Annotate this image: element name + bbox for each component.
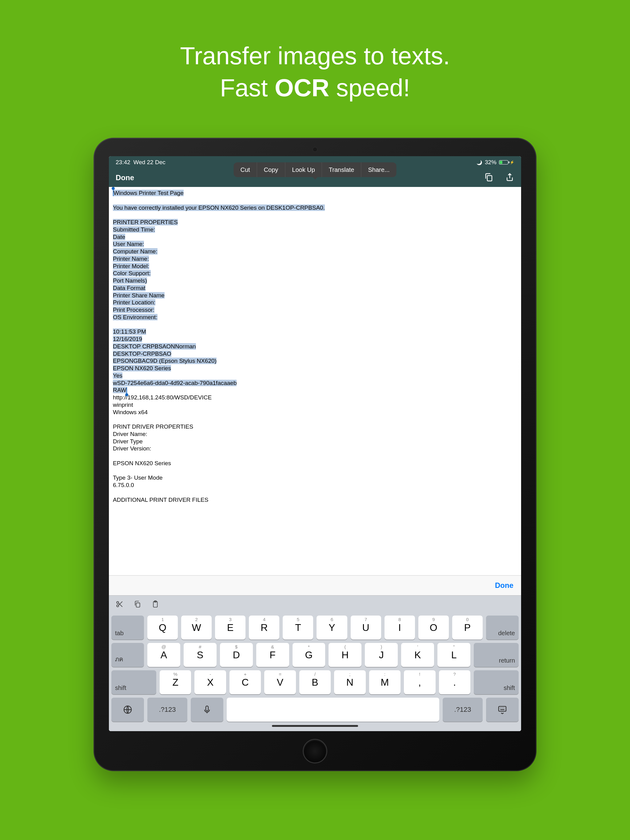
- camera-icon: [313, 147, 317, 152]
- key-q[interactable]: 1Q: [147, 616, 178, 639]
- dnd-moon-icon: [476, 159, 482, 166]
- key-x[interactable]: -X: [195, 670, 226, 694]
- key-g[interactable]: *G: [293, 643, 326, 667]
- key-globe[interactable]: [111, 698, 144, 722]
- share-icon[interactable]: [505, 172, 514, 183]
- key-m[interactable]: :M: [369, 670, 400, 694]
- key-a[interactable]: @A: [147, 643, 180, 667]
- paste-shortcut-icon[interactable]: [151, 600, 160, 609]
- key-delete[interactable]: delete: [486, 616, 519, 639]
- key-l[interactable]: "L: [437, 643, 470, 667]
- menu-translate[interactable]: Translate: [322, 163, 361, 177]
- svg-rect-8: [499, 706, 506, 711]
- unselected-text[interactable]: http://192,168,1.245:80/WSD/DEVICE winpr…: [113, 394, 212, 503]
- key-f[interactable]: &F: [256, 643, 289, 667]
- key-w[interactable]: 2W: [181, 616, 212, 639]
- keyboard-area: Done tab 1Q2W3E4R5T6Y7U8I9O0Pdelete ภค @…: [109, 575, 521, 731]
- done-button[interactable]: Done: [116, 174, 134, 182]
- key-z[interactable]: %Z: [160, 670, 191, 694]
- svg-rect-7: [206, 706, 208, 711]
- key-y[interactable]: 6Y: [317, 616, 347, 639]
- home-button[interactable]: [303, 739, 327, 763]
- key-tab[interactable]: tab: [111, 616, 144, 639]
- key-k[interactable]: 'K: [401, 643, 434, 667]
- key-period[interactable]: ?.: [439, 670, 470, 694]
- toolbar: Done Cut Copy Look Up Translate Share...: [109, 169, 521, 187]
- charging-icon: ⚡: [510, 160, 514, 164]
- key-space[interactable]: [227, 698, 439, 722]
- key-numsym-left[interactable]: .?123: [147, 698, 187, 722]
- keyboard-accessory-bar: Done: [109, 575, 521, 595]
- copy-icon[interactable]: [484, 172, 494, 183]
- key-h[interactable]: (H: [329, 643, 361, 667]
- selection-handle-start[interactable]: [113, 190, 114, 196]
- keyboard-shortcuts-bar: [109, 595, 521, 614]
- keyboard: tab 1Q2W3E4R5T6Y7U8I9O0Pdelete ภค @A#S$D…: [109, 614, 521, 731]
- key-comma[interactable]: !,: [404, 670, 435, 694]
- key-shift-left[interactable]: shift: [111, 670, 156, 694]
- battery-icon: [499, 160, 508, 164]
- promo-headline: Transfer images to texts. Fast OCR speed…: [0, 0, 630, 104]
- key-v[interactable]: =V: [264, 670, 296, 694]
- key-b[interactable]: /B: [299, 670, 331, 694]
- text-content-area[interactable]: Windows Printer Test Page You have corre…: [109, 187, 521, 575]
- key-r[interactable]: 4R: [249, 616, 279, 639]
- menu-lookup[interactable]: Look Up: [285, 163, 322, 177]
- menu-cut[interactable]: Cut: [233, 163, 257, 177]
- keyboard-done-button[interactable]: Done: [495, 581, 513, 590]
- key-c[interactable]: +C: [230, 670, 261, 694]
- key-numsym-right[interactable]: .?123: [443, 698, 483, 722]
- home-indicator[interactable]: [272, 725, 358, 727]
- battery-percent: 32%: [485, 159, 497, 166]
- key-d[interactable]: $D: [220, 643, 253, 667]
- key-s[interactable]: #S: [184, 643, 217, 667]
- screen: 23:42 Wed 22 Dec 32% ⚡ Done Cut Copy Loo…: [109, 156, 521, 731]
- key-t[interactable]: 5T: [283, 616, 313, 639]
- status-time: 23:42: [116, 159, 130, 166]
- cut-shortcut-icon[interactable]: [115, 600, 124, 609]
- key-mic[interactable]: [191, 698, 223, 722]
- selection-handle-end[interactable]: [127, 387, 127, 393]
- menu-share[interactable]: Share...: [361, 163, 396, 177]
- svg-rect-3: [136, 603, 140, 607]
- status-date: Wed 22 Dec: [133, 159, 166, 166]
- key-i[interactable]: 8I: [385, 616, 415, 639]
- promo-line2: Fast OCR speed!: [0, 72, 630, 104]
- selected-text[interactable]: Windows Printer Test Page You have corre…: [113, 190, 325, 393]
- key-u[interactable]: 7U: [351, 616, 381, 639]
- key-p[interactable]: 0P: [452, 616, 483, 639]
- ipad-device-frame: 23:42 Wed 22 Dec 32% ⚡ Done Cut Copy Loo…: [93, 138, 537, 771]
- svg-rect-0: [487, 175, 492, 181]
- key-hide-keyboard[interactable]: [486, 698, 519, 722]
- key-n[interactable]: ;N: [334, 670, 366, 694]
- key-e[interactable]: 3E: [215, 616, 245, 639]
- key-lang-switch[interactable]: ภค: [111, 643, 144, 667]
- promo-line1: Transfer images to texts.: [0, 40, 630, 72]
- key-return[interactable]: return: [474, 643, 519, 667]
- text-context-menu: Cut Copy Look Up Translate Share...: [233, 163, 396, 177]
- key-shift-right[interactable]: shift: [474, 670, 519, 694]
- menu-copy[interactable]: Copy: [257, 163, 285, 177]
- copy-shortcut-icon[interactable]: [133, 600, 142, 609]
- key-j[interactable]: )J: [365, 643, 398, 667]
- key-o[interactable]: 9O: [418, 616, 449, 639]
